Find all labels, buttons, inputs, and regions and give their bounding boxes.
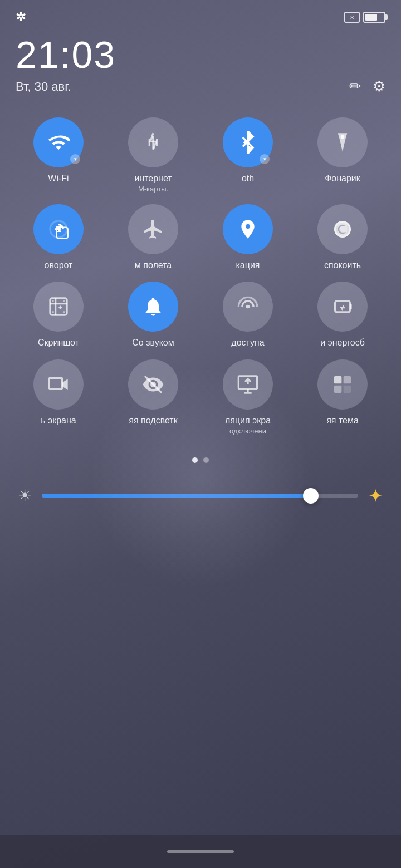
screen-share-circle[interactable]: [223, 359, 273, 410]
svg-rect-7: [350, 304, 351, 309]
hotspot-label: доступа: [231, 337, 264, 348]
battery-saver-label: и энергосб: [320, 337, 365, 348]
hotspot-icon: [237, 295, 259, 318]
battery-saver-icon: [331, 295, 354, 318]
battery-fill: [365, 14, 377, 21]
svg-rect-12: [344, 376, 351, 383]
screen-record-label: ь экрана: [41, 415, 76, 426]
toggle-flashlight[interactable]: Фонарик: [295, 112, 390, 199]
toggle-screen-record[interactable]: ь экрана: [11, 354, 106, 441]
sound-circle[interactable]: [128, 282, 178, 332]
screenshot-icon: [47, 295, 70, 318]
svg-rect-8: [49, 378, 62, 389]
screen-share-sublabel: одключени: [229, 427, 266, 435]
flashlight-label: Фонарик: [325, 173, 360, 184]
donotdisturb-label: спокоить: [324, 260, 361, 270]
mobile-data-icon: [142, 131, 164, 154]
svg-rect-13: [334, 385, 341, 392]
bluetooth-label: oth: [242, 173, 254, 184]
toggle-donotdisturb[interactable]: спокоить: [295, 199, 390, 276]
mobile-data-label: интернет: [134, 173, 172, 184]
eye-comfort-label: яя подсветк: [129, 415, 177, 426]
brightness-high-icon: ✦: [368, 485, 383, 506]
bottom-bar: [0, 835, 401, 868]
sound-label: Со звуком: [132, 337, 174, 348]
sound-icon: [142, 295, 164, 318]
screen-record-circle[interactable]: [33, 359, 84, 410]
toggle-mobile-data[interactable]: интернет М-карты.: [106, 112, 200, 199]
location-icon: [237, 218, 259, 240]
flashlight-icon: [331, 131, 354, 154]
rotation-label: оворот: [45, 260, 73, 270]
toggle-rotation[interactable]: оворот: [11, 199, 106, 276]
bluetooth-dropdown[interactable]: ▾: [260, 154, 270, 164]
toggle-screenshot[interactable]: Скриншот: [11, 276, 106, 353]
brightness-slider[interactable]: [42, 494, 358, 498]
toggle-location[interactable]: кация: [200, 199, 295, 276]
dark-theme-icon: [331, 373, 354, 396]
toggle-sound[interactable]: Со звуком: [106, 276, 200, 353]
wifi-dropdown[interactable]: ▾: [70, 154, 80, 164]
toggle-bluetooth[interactable]: ▾ oth: [200, 112, 295, 199]
toggle-eye-comfort[interactable]: яя подсветк: [106, 354, 200, 441]
sim-icon: [344, 12, 360, 23]
wifi-label: Wi-Fi: [48, 173, 69, 184]
time-display: 21:03: [16, 36, 385, 73]
donotdisturb-icon: [331, 218, 354, 240]
page-indicator-1[interactable]: [192, 457, 198, 463]
rotation-circle[interactable]: [33, 204, 84, 254]
screen-record-icon: [47, 373, 70, 396]
svg-point-5: [246, 305, 250, 309]
screen-share-label: ляция экра: [225, 415, 271, 426]
battery-saver-circle[interactable]: [317, 282, 368, 332]
svg-rect-11: [334, 376, 341, 383]
edit-button[interactable]: ✏: [349, 78, 361, 95]
screen-share-icon: [237, 373, 259, 396]
bluetooth-circle[interactable]: ▾: [223, 117, 273, 167]
bluetooth-icon: [237, 131, 259, 154]
page-indicators: [0, 457, 401, 463]
airplane-icon: [142, 218, 164, 240]
home-indicator[interactable]: [167, 850, 234, 853]
toggle-wifi[interactable]: ▾ Wi-Fi: [11, 112, 106, 199]
date-display: Вт, 30 авг.: [16, 80, 71, 94]
status-bar: ✲: [0, 0, 401, 30]
toggle-hotspot[interactable]: доступа: [200, 276, 295, 353]
toggle-dark-theme[interactable]: яя тема: [295, 354, 390, 441]
flashlight-circle[interactable]: [317, 117, 368, 167]
brightness-thumb[interactable]: [303, 488, 319, 504]
eye-comfort-circle[interactable]: [128, 359, 178, 410]
eye-comfort-icon: [142, 373, 164, 396]
mobile-data-circle[interactable]: [128, 117, 178, 167]
airplane-label: м полета: [135, 260, 172, 270]
dark-theme-circle[interactable]: [317, 359, 368, 410]
svg-rect-14: [344, 385, 351, 392]
location-label: кация: [236, 260, 260, 270]
wifi-circle[interactable]: ▾: [33, 117, 84, 167]
battery-status: [344, 12, 385, 23]
brightness-row: ☀ ✦: [0, 463, 401, 506]
svg-point-0: [341, 135, 345, 139]
quick-toggles-grid: ▾ Wi-Fi интернет М-карты. ▾ oth: [0, 95, 401, 441]
brightness-low-icon: ☀: [18, 486, 32, 505]
date-row: Вт, 30 авг. ✏ ⚙: [16, 78, 385, 95]
bluetooth-status-icon: ✲: [16, 10, 26, 24]
page-indicator-2[interactable]: [203, 457, 209, 463]
rotation-icon: [47, 218, 70, 240]
time-section: 21:03 Вт, 30 авг. ✏ ⚙: [0, 30, 401, 95]
donotdisturb-circle[interactable]: [317, 204, 368, 254]
screenshot-circle[interactable]: [33, 282, 84, 332]
hotspot-circle[interactable]: [223, 282, 273, 332]
toggle-battery-saver[interactable]: и энергосб: [295, 276, 390, 353]
settings-button[interactable]: ⚙: [373, 78, 385, 95]
toggle-airplane[interactable]: м полета: [106, 199, 200, 276]
screenshot-label: Скриншот: [38, 337, 79, 348]
brightness-fill: [42, 494, 311, 498]
location-circle[interactable]: [223, 204, 273, 254]
airplane-circle[interactable]: [128, 204, 178, 254]
wifi-icon: [47, 131, 70, 154]
dark-theme-label: яя тема: [326, 415, 359, 426]
header-icons: ✏ ⚙: [349, 78, 385, 95]
battery-icon: [363, 12, 385, 23]
toggle-screen-share[interactable]: ляция экра одключени: [200, 354, 295, 441]
